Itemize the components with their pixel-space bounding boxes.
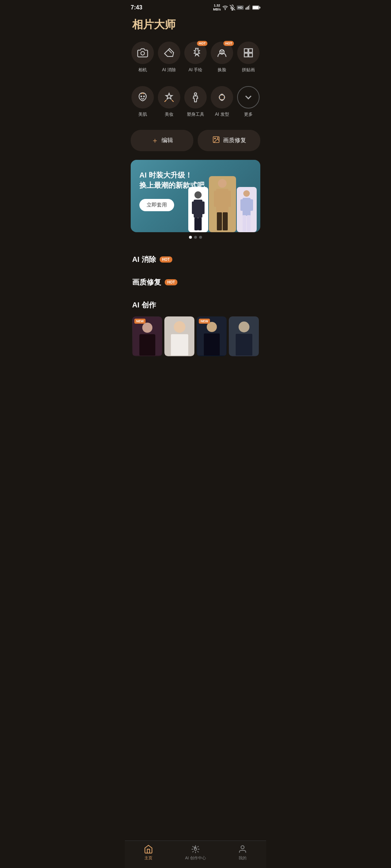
ai-sketch-label: AI 手绘 xyxy=(189,67,203,73)
svg-rect-17 xyxy=(249,48,253,52)
ai-hair-label: AI 发型 xyxy=(215,111,229,118)
chevron-down-icon xyxy=(243,92,254,103)
edit-label: 编辑 xyxy=(161,137,173,144)
section-ai-creation[interactable]: AI 创作 xyxy=(125,294,266,316)
svg-rect-42 xyxy=(249,199,253,211)
network-speed: 1.32MB/s xyxy=(213,4,221,12)
svg-rect-56 xyxy=(236,334,252,356)
edit-button[interactable]: ＋ 编辑 xyxy=(131,130,193,151)
banner-text: AI 时装大升级！换上最潮的新款式吧 立即套用 xyxy=(139,170,205,211)
eraser-icon xyxy=(164,47,175,58)
sidebar-item-face-swap[interactable]: HOT 换脸 xyxy=(209,39,235,76)
dot-2[interactable] xyxy=(194,236,197,239)
svg-marker-12 xyxy=(164,48,173,56)
carousel-container: AI 时装大升级！换上最潮的新款式吧 立即套用 xyxy=(125,160,266,232)
creation-section: NEW NEW xyxy=(125,316,266,357)
sidebar-item-camera[interactable]: 相机 xyxy=(129,39,156,76)
makeup-label: 美妆 xyxy=(165,111,173,118)
section-ai-erase-label: AI 消除 xyxy=(132,255,156,264)
face-swap-label: 换脸 xyxy=(218,67,226,73)
svg-point-21 xyxy=(143,96,144,97)
svg-rect-4 xyxy=(245,8,246,9)
app-title: 相片大师 xyxy=(132,17,259,32)
sketch-icon xyxy=(190,47,201,58)
sidebar-item-makeup[interactable]: 美妆 xyxy=(156,83,182,120)
sidebar-item-beauty-skin[interactable]: 美肌 xyxy=(129,83,156,120)
more-icon-circle xyxy=(237,86,260,109)
svg-rect-18 xyxy=(244,53,248,57)
svg-rect-53 xyxy=(204,333,220,356)
icon-grid-row2: 美肌 美妆 塑身工具 xyxy=(125,80,266,124)
creation-thumb-3[interactable]: NEW xyxy=(197,316,227,357)
app-header: 相片大师 xyxy=(125,13,266,35)
svg-line-23 xyxy=(164,100,166,102)
svg-line-22 xyxy=(172,100,173,102)
svg-point-0 xyxy=(225,9,225,9)
battery-icon xyxy=(252,5,260,10)
ai-hair-icon xyxy=(216,92,227,103)
svg-rect-32 xyxy=(198,218,202,230)
sidebar-item-more[interactable]: 更多 xyxy=(235,83,262,120)
svg-rect-10 xyxy=(260,7,260,8)
section-ai-creation-label: AI 创作 xyxy=(132,300,156,310)
creation-thumb-1[interactable]: NEW xyxy=(132,316,162,357)
svg-rect-50 xyxy=(171,334,188,356)
svg-rect-35 xyxy=(214,191,218,207)
face-swap-icon xyxy=(216,47,227,58)
ai-erase-label: AI 消除 xyxy=(162,67,176,73)
sidebar-item-body-tool[interactable]: 塑身工具 xyxy=(182,83,209,120)
beauty-skin-label: 美肌 xyxy=(138,111,147,118)
banner-title: AI 时装大升级！换上最潮的新款式吧 xyxy=(139,170,205,190)
svg-point-49 xyxy=(174,321,185,333)
face-swap-icon-circle: HOT xyxy=(211,42,233,64)
beauty-skin-icon xyxy=(137,92,148,103)
svg-rect-16 xyxy=(244,48,248,52)
carousel-section: AI 时装大升级！换上最潮的新款式吧 立即套用 xyxy=(125,157,266,245)
svg-rect-43 xyxy=(243,215,246,231)
svg-rect-7 xyxy=(249,5,250,9)
restore-button[interactable]: 画质修复 xyxy=(198,130,260,151)
svg-point-39 xyxy=(243,190,250,197)
svg-point-11 xyxy=(141,51,144,55)
collage-icon-circle xyxy=(237,42,260,64)
signal-icon xyxy=(245,4,251,11)
sidebar-item-ai-sketch[interactable]: HOT AI 手绘 xyxy=(182,39,209,76)
svg-point-20 xyxy=(141,96,142,97)
svg-rect-41 xyxy=(240,199,244,211)
sidebar-item-ai-erase[interactable]: AI 消除 xyxy=(156,39,182,76)
dot-1[interactable] xyxy=(189,236,192,239)
image-restore-icon xyxy=(212,136,220,145)
face-swap-hot-badge: HOT xyxy=(223,41,234,46)
svg-rect-9 xyxy=(253,6,259,9)
makeup-icon xyxy=(164,92,175,103)
creation-thumb-2[interactable] xyxy=(164,316,194,357)
camera-label: 相机 xyxy=(138,67,147,73)
banner-apply-button[interactable]: 立即套用 xyxy=(139,199,174,211)
more-label: 更多 xyxy=(244,111,253,118)
svg-point-46 xyxy=(142,323,152,333)
status-icons: 1.32MB/s HD xyxy=(213,4,260,12)
section-ai-erase[interactable]: AI 消除 HOT xyxy=(125,248,266,271)
sidebar-item-collage[interactable]: 拼贴画 xyxy=(235,39,262,76)
ai-erase-hot-badge: HOT xyxy=(160,256,172,263)
quality-restore-hot-badge: HOT xyxy=(165,279,177,285)
icon-grid-row1: 相机 AI 消除 HOT AI 手绘 HOT xyxy=(125,35,266,80)
action-row: ＋ 编辑 画质修复 xyxy=(125,125,266,156)
ai-hair-icon-circle xyxy=(211,86,233,109)
section-quality-restore[interactable]: 画质修复 HOT xyxy=(125,271,266,294)
svg-point-55 xyxy=(239,322,249,332)
person-figure-2 xyxy=(209,176,236,232)
banner-card[interactable]: AI 时装大升级！换上最潮的新款式吧 立即套用 xyxy=(131,160,260,232)
creation-thumb-4[interactable] xyxy=(229,316,259,357)
status-bar: 7:43 1.32MB/s HD xyxy=(125,0,266,13)
dot-3[interactable] xyxy=(199,236,202,239)
svg-point-26 xyxy=(214,138,215,139)
thumb-3-new-badge: NEW xyxy=(199,319,210,324)
creation-grid: NEW NEW xyxy=(132,316,259,357)
restore-label: 画质修复 xyxy=(223,137,246,144)
sidebar-item-ai-hair[interactable]: AI 发型 xyxy=(209,83,235,120)
svg-rect-31 xyxy=(194,218,198,230)
svg-rect-6 xyxy=(248,6,249,10)
wifi-icon xyxy=(222,5,228,10)
camera-icon-circle xyxy=(131,42,154,64)
